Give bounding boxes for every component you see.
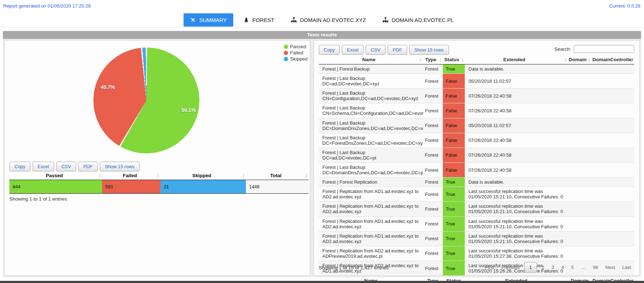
cell-name: Forest | Last Backup DC=ad,DC=evotec,DC=…	[319, 148, 423, 162]
cell-type: Forest	[423, 216, 443, 231]
column-header-domaincontroller[interactable]: DomainController▲▼	[592, 56, 634, 64]
sort-arrows[interactable]: ▲▼	[419, 58, 422, 62]
page-last[interactable]: Last	[618, 262, 635, 272]
cell-status: False	[443, 148, 465, 162]
column-header-skipped[interactable]: Skipped▲▼	[160, 172, 246, 180]
page-1[interactable]: 1	[524, 262, 537, 273]
column-header-failed[interactable]: Failed▲▼	[102, 172, 160, 180]
cell-name: Forest | Replication from AD1.ad.evotec.…	[319, 202, 423, 216]
tab-label: DOMAIN AD.EVOTEC.PL	[392, 17, 454, 23]
column-header-domain[interactable]: Domain▲▼	[568, 56, 592, 64]
cell-name: Forest | Last Backup CN=Configuration,DC…	[319, 89, 423, 103]
legend-item-passed[interactable]: Passed	[284, 44, 308, 50]
test-row: Forest | Last Backup CN=Configuration,DC…	[319, 89, 634, 103]
cell-extended: Data is available.	[465, 178, 568, 187]
tab-bar: SUMMARYFORESTDOMAIN AD.EVOTEC.XYZDOMAIN …	[0, 12, 644, 28]
cell-extended: Last successful replication time was 01/…	[465, 216, 568, 231]
pdf-button[interactable]: PDF	[78, 162, 98, 171]
sort-arrows[interactable]: ▲▼	[242, 174, 245, 178]
page-next[interactable]: Next	[602, 262, 619, 272]
tab-summary[interactable]: SUMMARY	[184, 13, 233, 27]
summary-table: Passed▲▼Failed▲▼Skipped▲▼Total▲▼84458121…	[9, 172, 309, 194]
test-row: Forest | Replication from AD1.ad.evotec.…	[319, 231, 634, 246]
cell-type: Forest	[423, 178, 443, 187]
version-text: Current: 0.0.28	[609, 3, 640, 12]
tab-domain-ad-evotec-pl[interactable]: DOMAIN AD.EVOTEC.PL	[376, 13, 460, 27]
cell-extended: 05/20/2018 11:02:57	[465, 118, 568, 133]
test-row: Forest | Replication from AD1.ad.evotec.…	[319, 187, 634, 202]
excel-button[interactable]: Excel	[342, 45, 363, 55]
cell-status: True	[443, 178, 465, 187]
page-5[interactable]: 5	[568, 262, 577, 272]
csv-button[interactable]: CSV	[56, 162, 76, 171]
column-header-label: Passed	[46, 173, 63, 178]
page-previous[interactable]: Previous	[498, 262, 523, 272]
sort-arrows[interactable]: ▲▼	[461, 58, 464, 62]
page-first[interactable]: First	[481, 262, 498, 272]
cell-total: 1446	[246, 180, 309, 194]
cell-passed: 844	[9, 180, 102, 194]
sort-arrows[interactable]: ▲▼	[588, 58, 591, 62]
copy-button[interactable]: Copy	[9, 162, 30, 171]
column-header-extended[interactable]: Extended▲▼	[465, 56, 568, 64]
cell-domain	[568, 187, 592, 202]
copy-button[interactable]: Copy	[319, 45, 340, 55]
tests-table: Name▲▼Type▲▼Status▲▼Extended▲▼Domain▲▼Do…	[319, 56, 634, 283]
cell-domaincontroller	[592, 178, 634, 187]
summary-table-buttons: CopyExcelCSVPDFShow 15 rows	[9, 162, 140, 171]
column-header-label: DomainController	[592, 57, 634, 62]
sort-arrows[interactable]: ▲▼	[439, 58, 442, 62]
test-row: Forest | Last Backup DC=DomainDnsZones,D…	[319, 163, 634, 178]
column-header-label: Name	[362, 57, 375, 62]
column-header-total[interactable]: Total▲▼	[246, 172, 309, 180]
summary-panel: PassedFailedSkipped 40.7% 59.1% CopyExce…	[4, 40, 310, 276]
sort-arrows[interactable]: ▲▼	[305, 174, 308, 178]
column-header-status[interactable]: Status▲▼	[443, 56, 465, 64]
sort-arrows[interactable]: ▲▼	[631, 58, 633, 62]
tab-label: SUMMARY	[199, 17, 226, 23]
cell-domaincontroller	[592, 246, 634, 261]
search-input[interactable]	[574, 45, 634, 53]
show-15-rows-button[interactable]: Show 15 rows	[409, 45, 449, 55]
column-header-name[interactable]: Name▲▼	[319, 56, 423, 64]
window-bottom-edge	[0, 281, 644, 283]
csv-button[interactable]: CSV	[366, 45, 385, 55]
cell-domain	[568, 216, 592, 231]
legend-item-failed[interactable]: Failed	[284, 50, 308, 56]
show-15-rows-button[interactable]: Show 15 rows	[100, 162, 140, 171]
cell-name: Forest | Last Backup DC=ad,DC=evotec,DC=…	[319, 74, 423, 89]
column-header-type[interactable]: Type▲▼	[423, 56, 443, 64]
cell-domaincontroller	[592, 133, 634, 148]
tab-forest[interactable]: FOREST	[237, 13, 281, 27]
cell-domaincontroller	[592, 231, 634, 246]
pie-label-failed: 40.7%	[101, 84, 115, 90]
cell-skipped: 21	[160, 180, 246, 194]
cell-extended: 07/26/2018 22:40:58	[465, 163, 568, 178]
column-header-passed[interactable]: Passed▲▼	[9, 172, 102, 180]
sort-arrows[interactable]: ▲▼	[98, 174, 101, 178]
test-row: Forest | Last Backup DC=ForestDnsZones,D…	[319, 133, 634, 148]
page-3[interactable]: 3	[548, 262, 558, 272]
page-4[interactable]: 4	[558, 262, 568, 272]
sort-arrows[interactable]: ▲▼	[157, 174, 159, 178]
cell-type: Forest	[423, 64, 443, 74]
tab-domain-ad-evotec-xyz[interactable]: DOMAIN AD.EVOTEC.XYZ	[284, 13, 372, 27]
summary-icon	[190, 17, 196, 23]
column-header-label: Extended	[503, 57, 525, 62]
cell-name: Forest | Last Backup DC=ForestDnsZones,D…	[319, 133, 423, 148]
test-row: Forest | Last Backup DC=DomainDnsZones,D…	[319, 118, 634, 133]
pdf-button[interactable]: PDF	[388, 45, 407, 55]
pie-legend: PassedFailedSkipped	[284, 44, 308, 62]
page-96[interactable]: 96	[589, 262, 601, 272]
cell-extended: Last successful replication time was 01/…	[465, 187, 568, 202]
test-row: Forest | Forest BackupForestTrueData is …	[319, 64, 634, 74]
cell-domain	[568, 148, 592, 162]
sort-arrows[interactable]: ▲▼	[564, 58, 566, 62]
cell-name: Forest | Replication from AD1.ad.evotec.…	[319, 187, 423, 202]
column-header-label: Domain	[569, 57, 587, 62]
cell-domain	[568, 133, 592, 148]
excel-button[interactable]: Excel	[32, 162, 54, 171]
legend-item-skipped[interactable]: Skipped	[284, 56, 308, 62]
legend-label: Skipped	[290, 56, 308, 62]
page-2[interactable]: 2	[538, 262, 548, 272]
